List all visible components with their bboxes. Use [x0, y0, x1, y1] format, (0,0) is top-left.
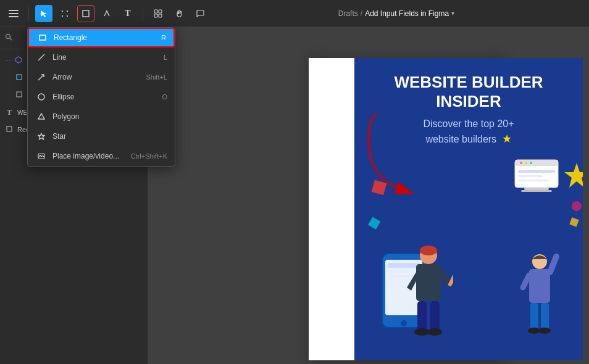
toolbar-sep-1 [28, 6, 29, 21]
menu-item-ellipse[interactable]: Ellipse O [28, 87, 175, 107]
svg-rect-58 [529, 269, 550, 303]
svg-point-66 [572, 201, 582, 211]
svg-marker-64 [564, 163, 583, 188]
svg-rect-17 [159, 14, 162, 17]
rectangle-icon [36, 34, 49, 41]
svg-line-25 [38, 54, 44, 60]
breadcrumb-parent[interactable]: Drafts [338, 9, 358, 18]
toolbar-tools: T [5, 5, 209, 22]
menu-ellipse-label: Ellipse [52, 93, 74, 101]
line-icon [35, 54, 48, 61]
menu-rectangle-shortcut: R [161, 34, 166, 41]
menu-polygon-label: Polygon [52, 112, 79, 121]
layer-rect1-icon [15, 91, 23, 99]
layer-wbi-text-icon: T [5, 108, 14, 117]
svg-rect-21 [17, 75, 22, 80]
search-icon [5, 33, 12, 43]
svg-point-56 [427, 328, 442, 336]
svg-rect-24 [40, 35, 46, 40]
person-2 [518, 250, 561, 345]
svg-point-50 [420, 246, 437, 255]
menu-line-label: Line [52, 53, 67, 62]
canvas-area[interactable]: Hello Again! WEBSITE BUILDER INSIDER Dis… [148, 27, 589, 364]
hand-tool-button[interactable] [170, 5, 188, 22]
svg-rect-67 [569, 217, 579, 226]
toolbar: T Drafts / Add Input Fields in [0, 0, 589, 27]
menu-star-label: Star [52, 132, 66, 141]
breadcrumb-separator: / [361, 9, 362, 18]
breadcrumb-current[interactable]: Add Input Fields in Figma [365, 9, 449, 18]
star-icon [35, 133, 48, 140]
menu-place-image-shortcut: Ctrl+Shift+K [131, 152, 167, 160]
svg-line-19 [10, 38, 12, 40]
menu-item-star[interactable]: Star [28, 126, 175, 146]
menu-ellipse-shortcut: O [162, 93, 167, 101]
left-panel: ⋯ Logo Rectangle 2 [0, 27, 148, 364]
layer-rect3-icon [5, 126, 14, 133]
svg-rect-15 [159, 10, 162, 13]
place-image-icon [35, 152, 48, 160]
frame-tool-button[interactable] [56, 5, 73, 22]
ad-panel: WEBSITE BUILDER INSIDER Discover the top… [354, 58, 583, 360]
svg-rect-41 [524, 188, 549, 190]
comment-tool-button[interactable] [191, 5, 209, 22]
ad-title: WEBSITE BUILDER INSIDER [367, 73, 570, 111]
svg-rect-54 [430, 301, 440, 332]
polygon-icon [35, 113, 48, 120]
svg-marker-28 [38, 114, 44, 119]
svg-rect-65 [368, 217, 380, 229]
svg-point-36 [525, 162, 527, 164]
menu-item-place-image[interactable]: Place image/video... Ctrl+Shift+K [28, 146, 175, 166]
svg-rect-23 [7, 126, 12, 131]
svg-point-35 [520, 162, 522, 164]
svg-rect-42 [521, 190, 552, 192]
svg-point-18 [6, 35, 10, 39]
svg-rect-22 [17, 92, 22, 97]
menu-arrow-label: Arrow [52, 73, 72, 81]
menu-item-line[interactable]: Line L [28, 48, 175, 67]
layer-rect2-icon [15, 74, 23, 81]
menu-line-shortcut: L [164, 54, 167, 61]
main-area: ⋯ Logo Rectangle 2 [0, 27, 589, 364]
person-1 [404, 244, 453, 345]
menu-arrow-shortcut: Shift+L [146, 73, 167, 81]
menu-item-polygon[interactable]: Polygon [28, 107, 175, 126]
svg-point-13 [106, 10, 107, 11]
select-tool-button[interactable] [35, 5, 52, 22]
svg-point-31 [40, 155, 41, 156]
svg-rect-39 [518, 175, 543, 177]
menu-item-rectangle[interactable]: Rectangle R [28, 28, 175, 48]
svg-point-62 [538, 328, 551, 334]
svg-rect-14 [154, 10, 157, 13]
svg-rect-2 [9, 16, 19, 17]
star-decoration: ★ [502, 133, 512, 145]
svg-rect-0 [9, 10, 19, 11]
svg-rect-40 [518, 180, 549, 181]
svg-line-52 [450, 272, 453, 284]
svg-rect-1 [9, 13, 19, 14]
deco-laptop [509, 157, 564, 202]
svg-point-27 [38, 94, 44, 100]
svg-rect-59 [530, 303, 538, 331]
red-arrow [358, 107, 432, 209]
menu-place-image-label: Place image/video... [52, 152, 119, 160]
svg-rect-12 [83, 10, 89, 17]
svg-rect-16 [154, 14, 157, 17]
main-menu-button[interactable] [5, 5, 22, 22]
ad-subtitle: Discover the top 20+website builders ★ [423, 117, 514, 147]
ellipse-icon [35, 93, 48, 101]
component-tool-button[interactable] [149, 5, 167, 22]
svg-point-37 [530, 162, 532, 164]
svg-rect-53 [417, 301, 427, 332]
shape-tool-button[interactable] [77, 5, 94, 22]
svg-marker-3 [41, 10, 47, 17]
menu-rectangle-label: Rectangle [54, 33, 87, 42]
breadcrumb-dropdown-icon[interactable]: ▾ [451, 10, 454, 17]
layer-expand-icon: ⋯ [5, 57, 10, 64]
svg-marker-20 [15, 57, 22, 63]
svg-point-55 [414, 328, 429, 336]
menu-item-arrow[interactable]: Arrow Shift+L [28, 67, 175, 87]
pen-tool-button[interactable] [98, 5, 115, 22]
breadcrumb: Drafts / Add Input Fields in Figma ▾ [209, 9, 584, 18]
text-tool-button[interactable]: T [119, 5, 136, 22]
